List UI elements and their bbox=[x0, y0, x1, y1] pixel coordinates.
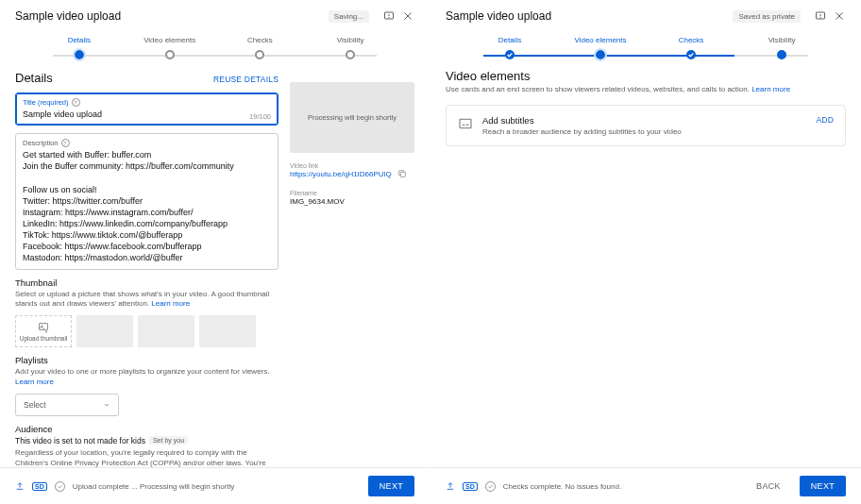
playlists-title: Playlists bbox=[15, 355, 279, 365]
image-add-icon bbox=[38, 322, 49, 333]
thumbnail-placeholder[interactable] bbox=[138, 315, 194, 347]
checks-status-text: Checks complete. No issues found. bbox=[503, 482, 737, 491]
card-title: Add subtitles bbox=[482, 115, 806, 126]
dialog-title: Sample video upload bbox=[446, 9, 733, 23]
title-field[interactable]: Title (required) ? Sample video upload 1… bbox=[15, 92, 279, 126]
subtitles-icon bbox=[458, 116, 473, 131]
dialog-footer: SD Checks complete. No issues found. BAC… bbox=[430, 467, 861, 504]
thumbnail-desc: Select or upload a picture that shows wh… bbox=[15, 290, 279, 311]
next-button[interactable]: NEXT bbox=[368, 476, 414, 496]
thumbnail-title: Thumbnail bbox=[15, 277, 279, 288]
description-field[interactable]: Description ? Get started with Buffer: b… bbox=[15, 133, 279, 269]
upload-icon bbox=[446, 481, 455, 491]
title-counter: 19/100 bbox=[249, 112, 271, 121]
audience-status: This video is set to not made for kids bbox=[15, 436, 145, 445]
svg-point-13 bbox=[820, 17, 821, 18]
playlists-desc: Add your video to one or more playlists … bbox=[15, 367, 279, 388]
add-subtitles-button[interactable]: ADD bbox=[816, 115, 834, 125]
help-icon[interactable]: ? bbox=[72, 98, 80, 107]
ve-learn-more[interactable]: Learn more bbox=[751, 85, 790, 93]
svg-rect-9 bbox=[400, 172, 405, 176]
stepper: Details Video elements Checks Visibility bbox=[430, 30, 861, 69]
feedback-icon[interactable] bbox=[382, 9, 396, 23]
playlists-learn-more[interactable]: Learn more bbox=[15, 378, 54, 386]
chevron-down-icon bbox=[103, 401, 110, 409]
playlists-select[interactable]: Select bbox=[15, 394, 119, 416]
dialog-footer: SD Upload complete ... Processing will b… bbox=[0, 467, 430, 504]
back-button[interactable]: BACK bbox=[745, 476, 792, 496]
svg-point-2 bbox=[389, 17, 390, 18]
section-desc: Use cards and an end screen to show view… bbox=[446, 85, 846, 95]
section-title: Details bbox=[15, 71, 53, 85]
card-desc: Reach a broader audience by adding subti… bbox=[482, 127, 806, 136]
check-status-icon bbox=[485, 481, 496, 492]
description-field-label: Description bbox=[23, 139, 59, 147]
audience-title: Audience bbox=[15, 424, 279, 434]
video-link-label: Video link bbox=[290, 162, 414, 169]
help-icon[interactable]: ? bbox=[61, 139, 70, 147]
thumbnail-learn-more[interactable]: Learn more bbox=[151, 299, 190, 308]
upload-dialog-video-elements: Sample video upload Saved as private Det… bbox=[430, 0, 861, 504]
thumbnail-placeholder[interactable] bbox=[199, 315, 256, 347]
description-input[interactable]: Get started with Buffer: buffer.com Join… bbox=[23, 149, 271, 263]
set-by-badge: Set by you bbox=[149, 436, 188, 445]
next-button[interactable]: NEXT bbox=[800, 476, 846, 496]
copy-icon[interactable] bbox=[397, 169, 407, 180]
title-field-label: Title (required) bbox=[23, 98, 69, 107]
add-subtitles-card: Add subtitles Reach a broader audience b… bbox=[446, 105, 846, 146]
feedback-icon[interactable] bbox=[814, 9, 827, 23]
dialog-title: Sample video upload bbox=[15, 9, 329, 23]
video-link[interactable]: https://youtu.be/qH1ID66PUlQ bbox=[290, 170, 392, 178]
stepper: Details Video elements Checks Visibility bbox=[0, 30, 430, 69]
dialog-header: Sample video upload Saving... bbox=[0, 0, 430, 30]
video-preview: Processing will begin shortly bbox=[290, 82, 414, 153]
check-status-icon bbox=[55, 481, 65, 492]
title-input[interactable]: Sample video upload bbox=[23, 109, 271, 120]
save-status-badge: Saving... bbox=[329, 10, 369, 23]
thumbnail-placeholder[interactable] bbox=[76, 315, 133, 347]
stepper-line bbox=[53, 55, 377, 57]
filename-label: Filename bbox=[290, 190, 414, 196]
upload-thumbnail-button[interactable]: Upload thumbnail bbox=[15, 315, 72, 347]
filename-value: IMG_9634.MOV bbox=[290, 197, 414, 206]
save-status-badge: Saved as private bbox=[733, 10, 801, 23]
dialog-header: Sample video upload Saved as private bbox=[430, 0, 861, 30]
sd-badge: SD bbox=[463, 482, 478, 491]
close-icon[interactable] bbox=[833, 9, 846, 23]
upload-dialog-details: Sample video upload Saving... Details Vi… bbox=[0, 0, 430, 504]
svg-rect-16 bbox=[460, 119, 471, 127]
reuse-details-button[interactable]: REUSE DETAILS bbox=[213, 75, 279, 84]
close-icon[interactable] bbox=[401, 9, 414, 23]
section-title: Video elements bbox=[446, 69, 846, 83]
upload-icon bbox=[15, 481, 25, 491]
upload-status-text: Upload complete ... Processing will begi… bbox=[73, 482, 361, 491]
sd-badge: SD bbox=[32, 482, 47, 491]
